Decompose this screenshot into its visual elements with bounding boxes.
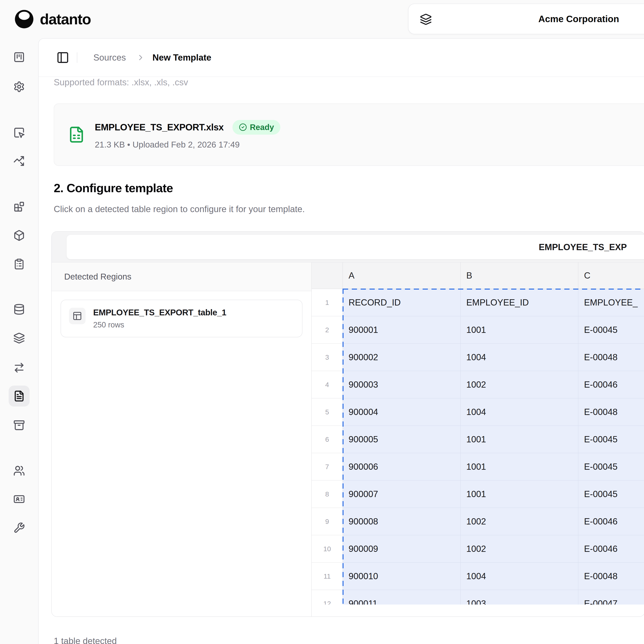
cell: 1002 — [461, 508, 578, 535]
app-name: datanto — [40, 11, 91, 28]
cell: 1001 — [461, 426, 578, 453]
sheet-preview-pane[interactable]: A B C 1 RECORD_ID EMPLOYEE_ID EMPLOYEE_ … — [312, 262, 644, 617]
cell: 1001 — [461, 453, 578, 481]
cell: RECORD_ID — [343, 289, 461, 316]
cell: 900003 — [343, 371, 461, 398]
cell: 1001 — [461, 481, 578, 508]
sidebar-nav — [0, 38, 38, 644]
cell: E-00045 — [578, 481, 644, 508]
cell: EMPLOYEE_ — [578, 289, 644, 316]
cell: E-00048 — [578, 344, 644, 371]
sidebar-toggle-icon[interactable] — [56, 51, 69, 64]
sheet-tab[interactable]: EMPLOYEE_TS_EXP — [67, 235, 644, 259]
file-meta: 21.3 KB • Uploaded Feb 2, 2026 17:49 — [95, 140, 280, 150]
status-badge: Ready — [232, 120, 280, 135]
row-number: 2 — [312, 316, 343, 344]
template-config-panel: EMPLOYEE_TS_EXP Detected Regions EMPLOYE… — [51, 231, 644, 617]
breadcrumb-current: New Template — [152, 53, 211, 63]
cell: 900002 — [343, 344, 461, 371]
logo-ball-icon — [14, 9, 34, 29]
row-number: 8 — [312, 481, 343, 508]
column-header-a: A — [343, 262, 461, 289]
org-name: Acme Corporation — [538, 4, 619, 34]
cell: 900009 — [343, 535, 461, 563]
app-logo: datanto — [14, 9, 91, 29]
cell: E-00046 — [578, 371, 644, 398]
detected-regions-pane: Detected Regions EMPLOYEE_TS_EXPORT_tabl… — [52, 262, 312, 617]
cell: E-00045 — [578, 453, 644, 481]
supported-formats-note: Supported formats: .xlsx, .xls, .csv — [54, 77, 188, 87]
cell: 900001 — [343, 316, 461, 344]
check-circle-icon — [239, 123, 247, 131]
id-card-icon[interactable] — [9, 489, 30, 510]
breadcrumb-sources[interactable]: Sources — [93, 53, 126, 63]
row-number: 11 — [312, 563, 343, 590]
sheet-tab-label: EMPLOYEE_TS_EXP — [539, 235, 627, 259]
cell: 900005 — [343, 426, 461, 453]
table-icon — [69, 308, 86, 324]
cell: 900007 — [343, 481, 461, 508]
cell: 1004 — [461, 563, 578, 590]
row-number: 9 — [312, 508, 343, 535]
cell: E-00048 — [578, 398, 644, 426]
row-number: 5 — [312, 398, 343, 426]
kanban-icon[interactable] — [9, 47, 30, 68]
breadcrumb: Sources New Template — [39, 39, 644, 77]
cell: E-00048 — [578, 563, 644, 590]
status-badge-label: Ready — [250, 123, 274, 132]
cell: 1004 — [461, 344, 578, 371]
wrench-icon[interactable] — [9, 517, 30, 538]
cell: 1003 — [461, 590, 578, 605]
select-area-icon[interactable] — [9, 122, 30, 143]
cell: E-00045 — [578, 426, 644, 453]
region-card[interactable]: EMPLOYEE_TS_EXPORT_table_1 250 rows — [61, 300, 302, 337]
transfer-icon[interactable] — [9, 357, 30, 378]
row-number: 10 — [312, 535, 343, 563]
region-row-count: 250 rows — [93, 321, 226, 329]
detected-regions-title: Detected Regions — [52, 262, 311, 291]
cell: 1004 — [461, 398, 578, 426]
cell: 1002 — [461, 371, 578, 398]
layers-icon[interactable] — [9, 328, 30, 349]
cell: E-00045 — [578, 316, 644, 344]
uploaded-file-card: EMPLOYEE_TS_EXPORT.xlsx Ready 21.3 KB • … — [54, 103, 644, 166]
column-header-c: C — [578, 262, 644, 289]
row-number: 4 — [312, 371, 343, 398]
org-switcher[interactable]: Acme Corporation — [408, 4, 644, 34]
file-text-icon-active[interactable] — [9, 386, 30, 407]
breadcrumb-divider — [77, 52, 77, 63]
settings-icon[interactable] — [9, 76, 30, 97]
database-icon[interactable] — [9, 299, 30, 320]
cell: 900004 — [343, 398, 461, 426]
clipboard-list-icon[interactable] — [9, 254, 30, 275]
column-header-b: B — [461, 262, 578, 289]
archive-icon[interactable] — [9, 415, 30, 436]
main-panel: Sources New Template Supported formats: … — [38, 38, 644, 644]
corner-cell — [312, 262, 343, 289]
sheet-tab-strip: EMPLOYEE_TS_EXP — [52, 232, 644, 262]
topbar: datanto Acme Corporation — [0, 0, 644, 38]
cell: 1002 — [461, 535, 578, 563]
package-icon[interactable] — [9, 225, 30, 246]
trend-icon[interactable] — [9, 151, 30, 171]
cell: 900008 — [343, 508, 461, 535]
row-number: 7 — [312, 453, 343, 481]
cell: E-00046 — [578, 535, 644, 563]
step-title: 2. Configure template — [54, 181, 173, 195]
selection-border-left — [343, 289, 344, 605]
layers-icon — [420, 13, 432, 25]
chevron-right-icon — [136, 53, 145, 62]
step-subtitle: Click on a detected table region to conf… — [54, 204, 305, 214]
cell: 900006 — [343, 453, 461, 481]
file-name: EMPLOYEE_TS_EXPORT.xlsx — [95, 122, 224, 133]
blocks-icon[interactable] — [9, 196, 30, 217]
selection-border-top — [343, 289, 644, 290]
users-icon[interactable] — [9, 460, 30, 481]
cell: 900010 — [343, 563, 461, 590]
row-number: 6 — [312, 426, 343, 453]
file-spreadsheet-icon — [68, 125, 85, 145]
cell: E-00047 — [578, 590, 644, 605]
region-name: EMPLOYEE_TS_EXPORT_table_1 — [93, 308, 226, 317]
cell: EMPLOYEE_ID — [461, 289, 578, 316]
row-number: 3 — [312, 344, 343, 371]
